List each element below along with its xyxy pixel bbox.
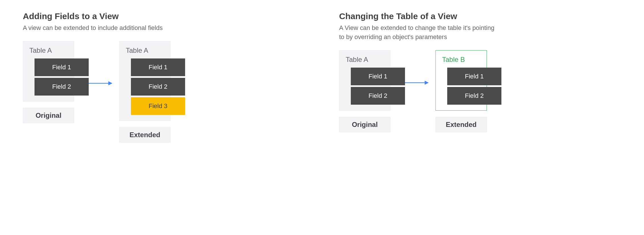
- unit-original: Table A Field 1 Field 2 Original: [339, 50, 390, 132]
- field-block: Field 1: [351, 68, 405, 85]
- caption-extended: Extended: [119, 127, 171, 143]
- table-label: Table A: [339, 50, 390, 68]
- section-subtitle: A view can be extended to include additi…: [23, 23, 183, 33]
- field-block: Field 1: [35, 58, 89, 76]
- field-block: Field 1: [447, 68, 501, 85]
- diagram-row: Table A Field 1 Field 2 Original T: [339, 50, 621, 132]
- section-adding-fields: Adding Fields to a View A view can be ex…: [23, 11, 305, 143]
- svg-marker-3: [425, 81, 429, 85]
- unit-extended: Table B Field 1 Field 2 Extended: [436, 50, 487, 132]
- section-subtitle: A View can be extended to change the tab…: [339, 23, 499, 42]
- section-title: Adding Fields to a View: [23, 11, 305, 21]
- field-block: Field 2: [35, 78, 89, 96]
- table-box-extended: Table B Field 1 Field 2: [436, 50, 487, 111]
- diagram-container: Adding Fields to a View A view can be ex…: [23, 11, 621, 143]
- field-block: Field 2: [131, 78, 185, 96]
- field-block: Field 2: [447, 87, 501, 105]
- table-box-original: Table A Field 1 Field 2: [23, 41, 74, 102]
- field-block: Field 2: [351, 87, 405, 105]
- caption-original: Original: [23, 108, 74, 123]
- field-block-new: Field 3: [131, 97, 185, 115]
- field-block: Field 1: [131, 58, 185, 76]
- unit-original: Table A Field 1 Field 2 Original: [23, 41, 74, 123]
- caption-original: Original: [339, 117, 390, 132]
- caption-extended: Extended: [436, 117, 487, 132]
- svg-marker-1: [108, 81, 112, 85]
- fields-wrap: Field 1 Field 2: [351, 68, 390, 105]
- fields-wrap: Field 1 Field 2 Field 3: [131, 58, 170, 115]
- fields-wrap: Field 1 Field 2: [447, 68, 487, 105]
- section-title: Changing the Table of a View: [339, 11, 621, 21]
- section-changing-table: Changing the Table of a View A View can …: [339, 11, 621, 143]
- table-label: Table A: [23, 41, 74, 58]
- table-box-extended: Table A Field 1 Field 2 Field 3: [119, 41, 171, 121]
- table-label: Table B: [436, 50, 487, 68]
- table-box-original: Table A Field 1 Field 2: [339, 50, 390, 111]
- unit-extended: Table A Field 1 Field 2 Field 3 Extended: [119, 41, 171, 143]
- fields-wrap: Field 1 Field 2: [35, 58, 74, 96]
- diagram-row: Table A Field 1 Field 2 Original T: [23, 41, 305, 143]
- table-label: Table A: [120, 41, 170, 58]
